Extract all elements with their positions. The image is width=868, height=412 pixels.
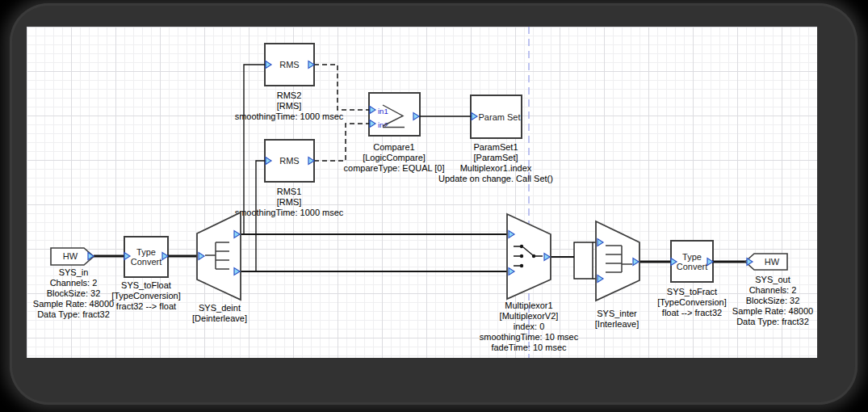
deint-input-pin-icon[interactable] [199,253,204,260]
block-paramset1-label: Param Set [479,112,521,122]
caption-line: smoothingTime: 1000 msec [196,208,382,218]
caption-line: Update on change. Call Set() [403,174,589,184]
caption-line: [ParamSet] [403,153,589,163]
caption-line: ParamSet1 [403,142,589,153]
hw-out-input-pin-icon[interactable] [747,259,753,266]
block-hw-in[interactable]: HW [51,248,94,265]
caption-line: [RMS] [196,101,382,111]
caption-line: BlockSize: 32 [680,296,866,306]
inter-input2-pin-icon[interactable] [598,275,603,283]
hw-in-label: HW [63,251,78,261]
caption-line: RMS2 [196,90,382,101]
caption-line: SYS_deint [127,303,312,313]
block-multiplexor1[interactable] [507,214,551,299]
hw-in-output-pin-icon[interactable] [88,253,94,260]
caption-rms1: RMS1 [RMS] smoothingTime: 1000 msec [196,187,382,218]
inter-input1-pin-icon[interactable] [598,239,603,246]
caption-line: smoothingTime: 1000 msec [196,111,382,122]
interleave-icon [606,246,632,272]
mux-input2-pin-icon[interactable] [509,268,514,275]
mux-switch-icon [514,245,543,267]
deinterleave-icon [205,242,229,269]
caption-deint: SYS_deint [Deinterleave] [127,303,312,324]
block-rms2[interactable]: RMS [264,43,315,86]
hw-out-shape[interactable] [745,254,787,270]
caption-rms2: RMS2 [RMS] smoothingTime: 1000 msec [196,90,382,122]
caption-line: SYS_toFloat [53,280,239,291]
inter-output-pin-icon[interactable] [633,259,639,266]
block-typeconvert-left-label: Type Convert [129,247,163,267]
caption-line: SYS_in [0,267,166,278]
caption-line: Multiplexor1.index [403,163,589,174]
caption-line: Data Type: fract32 [680,317,866,327]
deint-output1-pin-icon[interactable] [234,231,240,238]
caption-line: RMS1 [196,187,382,197]
block-rms1-label: RMS [279,156,299,166]
mux-output-pin-icon[interactable] [544,254,550,261]
block-typeconvert-right-label: Type Convert [675,252,709,271]
compare1-in2-port-label: in2 [378,121,388,129]
caption-line: smoothingTime: 10 msec [436,332,622,343]
hw-in-shape[interactable] [51,248,94,265]
caption-paramset1: ParamSet1 [ParamSet] Multiplexor1.index … [403,142,589,184]
deint-output2-pin-icon[interactable] [234,268,240,275]
mux-input1-pin-icon[interactable] [509,231,514,238]
diagram-canvas[interactable]: RMS RMS in1 in2 Param Set Type Convert T… [27,27,817,358]
block-hw-out[interactable]: HW [745,254,787,270]
caption-line: [Deinterleave] [127,313,312,324]
wire-split-junction[interactable] [574,242,593,279]
block-paramset1[interactable]: Param Set [470,95,522,139]
caption-line: Sample Rate: 48000 [680,306,866,317]
caption-sys-out: SYS_out Channels: 2 BlockSize: 32 Sample… [680,275,866,327]
caption-line: [TypeConversion] [53,291,239,301]
caption-line: Channels: 2 [680,285,866,296]
caption-line: SYS_out [680,275,866,285]
caption-line: [RMS] [196,197,382,208]
caption-line: fadeTime: 10 msec [436,343,622,353]
block-rms2-label: RMS [279,60,299,69]
hw-out-label: HW [765,257,780,267]
